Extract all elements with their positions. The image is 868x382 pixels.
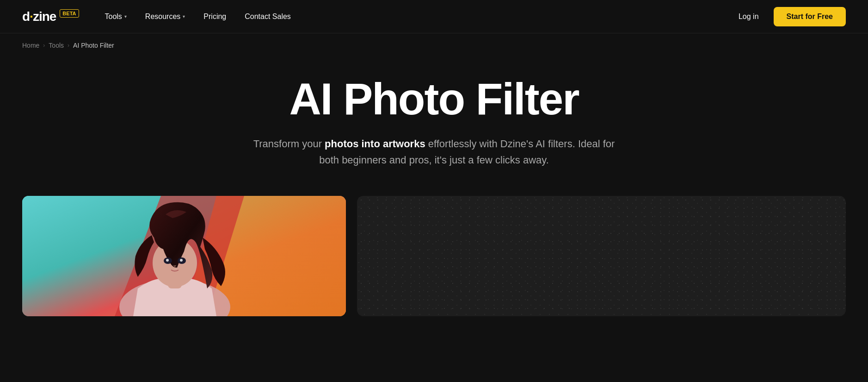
nav-links: Tools ▾ Resources ▾ Pricing Contact Sale… (98, 9, 298, 25)
logo-text: d·zine (22, 9, 56, 24)
nav-contact-sales-label: Contact Sales (245, 13, 291, 21)
chevron-right-icon: › (43, 42, 45, 49)
hero-subtitle: Transform your photos into artworks effo… (245, 136, 624, 168)
anime-artwork-image (22, 196, 346, 316)
hero-title: AI Photo Filter (289, 76, 579, 123)
navbar-left: d·zine BETA Tools ▾ Resources ▾ Pricing … (22, 9, 298, 25)
hero-section: AI Photo Filter Transform your photos in… (0, 57, 868, 196)
svg-point-8 (166, 259, 169, 262)
nav-pricing[interactable]: Pricing (196, 9, 234, 25)
navbar-right: Log in Start for Free (731, 7, 846, 26)
nav-resources[interactable]: Resources ▾ (138, 9, 192, 25)
logo[interactable]: d·zine BETA (22, 9, 79, 24)
login-button[interactable]: Log in (731, 9, 766, 25)
navbar: d·zine BETA Tools ▾ Resources ▾ Pricing … (0, 0, 868, 33)
dot-grid-background (357, 196, 846, 316)
hero-subtitle-normal: Transform your (253, 138, 325, 150)
chevron-right-icon: › (68, 42, 69, 49)
breadcrumb-current: AI Photo Filter (73, 42, 114, 49)
svg-point-9 (180, 259, 183, 262)
chevron-down-icon: ▾ (124, 14, 127, 19)
nav-contact-sales[interactable]: Contact Sales (237, 9, 298, 25)
breadcrumb-home[interactable]: Home (22, 42, 39, 49)
start-for-free-button[interactable]: Start for Free (774, 7, 846, 26)
image-card-left (22, 196, 346, 316)
nav-resources-label: Resources (145, 13, 180, 21)
chevron-down-icon: ▾ (183, 14, 185, 19)
nav-tools[interactable]: Tools ▾ (98, 9, 134, 25)
images-row (0, 196, 868, 316)
nav-tools-label: Tools (105, 13, 122, 21)
image-card-right (357, 196, 846, 316)
breadcrumb: Home › Tools › AI Photo Filter (0, 33, 868, 57)
nav-pricing-label: Pricing (203, 13, 226, 21)
breadcrumb-tools[interactable]: Tools (49, 42, 64, 49)
hero-subtitle-bold: photos into artworks (325, 138, 425, 150)
beta-badge: BETA (60, 9, 79, 18)
